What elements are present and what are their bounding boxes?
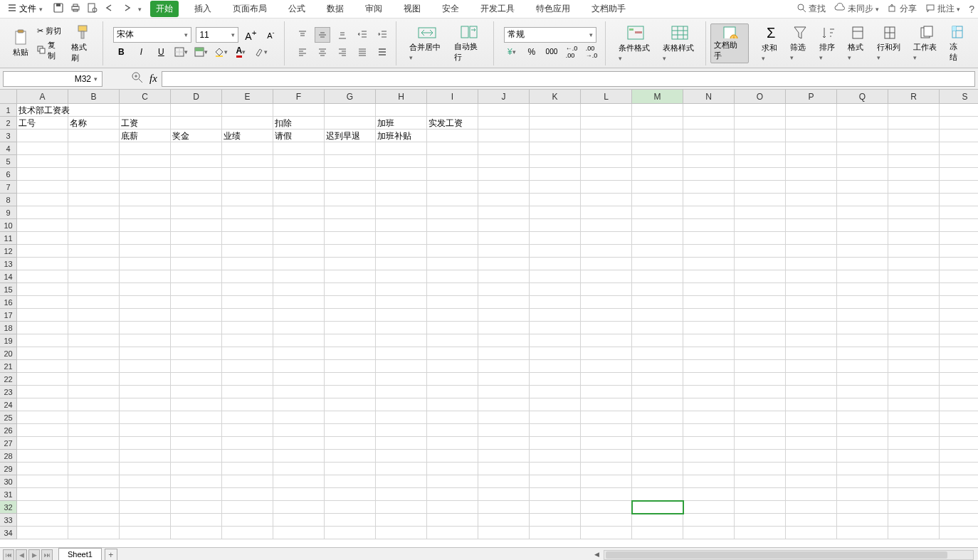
cell-N24[interactable] (683, 398, 735, 411)
cell-S30[interactable] (940, 475, 978, 488)
cell-A6[interactable] (17, 168, 68, 181)
cell-L24[interactable] (581, 398, 632, 411)
cell-M34[interactable] (632, 527, 683, 539)
cell-I34[interactable] (427, 527, 478, 539)
row-header-2[interactable]: 2 (0, 117, 17, 130)
cell-O22[interactable] (735, 373, 786, 386)
cell-D24[interactable] (171, 398, 222, 411)
cell-P5[interactable] (786, 155, 837, 168)
cell-D3[interactable]: 奖金 (171, 130, 222, 142)
row-header-26[interactable]: 26 (0, 424, 17, 437)
format-painter-button[interactable]: 格式刷 (68, 22, 97, 65)
cell-R8[interactable] (888, 194, 940, 206)
row-header-6[interactable]: 6 (0, 168, 17, 181)
cell-I32[interactable] (427, 501, 478, 514)
cell-S23[interactable] (940, 386, 978, 398)
cell-E8[interactable] (222, 194, 273, 206)
cell-C22[interactable] (120, 373, 171, 386)
cell-J20[interactable] (478, 347, 530, 360)
cell-D8[interactable] (171, 194, 222, 206)
cell-D17[interactable] (171, 309, 222, 322)
cell-S29[interactable] (940, 463, 978, 475)
cell-S9[interactable] (940, 206, 978, 219)
cell-B4[interactable] (68, 142, 120, 155)
cell-N32[interactable] (683, 501, 735, 514)
cell-G19[interactable] (325, 334, 376, 347)
rowcol-button[interactable]: 行和列▾ (874, 23, 906, 63)
cell-R34[interactable] (888, 527, 940, 539)
cell-H8[interactable] (376, 194, 427, 206)
cell-A21[interactable] (17, 360, 68, 373)
cell-D5[interactable] (171, 155, 222, 168)
cell-K16[interactable] (530, 296, 581, 309)
cell-O18[interactable] (735, 322, 786, 334)
cell-I17[interactable] (427, 309, 478, 322)
cell-K1[interactable] (530, 104, 581, 117)
underline-button[interactable]: U (153, 44, 169, 60)
cell-G2[interactable] (325, 117, 376, 130)
cell-N5[interactable] (683, 155, 735, 168)
cell-F4[interactable] (273, 142, 325, 155)
cell-R11[interactable] (888, 232, 940, 245)
cell-N27[interactable] (683, 437, 735, 450)
cell-C32[interactable] (120, 501, 171, 514)
cell-M2[interactable] (632, 117, 683, 130)
cell-K30[interactable] (530, 475, 581, 488)
row-header-13[interactable]: 13 (0, 258, 17, 270)
cell-F20[interactable] (273, 347, 325, 360)
cell-O10[interactable] (735, 219, 786, 232)
cell-L7[interactable] (581, 181, 632, 194)
cell-Q21[interactable] (837, 360, 888, 373)
cell-H9[interactable] (376, 206, 427, 219)
cell-H4[interactable] (376, 142, 427, 155)
cell-F12[interactable] (273, 245, 325, 258)
cell-P20[interactable] (786, 347, 837, 360)
cell-Q2[interactable] (837, 117, 888, 130)
cell-H13[interactable] (376, 258, 427, 270)
cell-J33[interactable] (478, 514, 530, 527)
cell-M18[interactable] (632, 322, 683, 334)
tab-8[interactable]: 开发工具 (475, 1, 520, 17)
tab-6[interactable]: 视图 (398, 1, 426, 17)
cell-A3[interactable] (17, 130, 68, 142)
sheet-nav-first[interactable]: ⏮ (3, 549, 14, 561)
cell-D29[interactable] (171, 463, 222, 475)
cell-G24[interactable] (325, 398, 376, 411)
cell-J28[interactable] (478, 450, 530, 463)
cell-L21[interactable] (581, 360, 632, 373)
cell-J16[interactable] (478, 296, 530, 309)
cell-R27[interactable] (888, 437, 940, 450)
cell-L3[interactable] (581, 130, 632, 142)
cell-D34[interactable] (171, 527, 222, 539)
cell-Q28[interactable] (837, 450, 888, 463)
cell-C10[interactable] (120, 219, 171, 232)
cell-D33[interactable] (171, 514, 222, 527)
cell-I5[interactable] (427, 155, 478, 168)
sheet-nav-last[interactable]: ⏭ (41, 549, 53, 561)
cell-N4[interactable] (683, 142, 735, 155)
cell-F9[interactable] (273, 206, 325, 219)
cell-D1[interactable] (171, 104, 222, 117)
cell-Q15[interactable] (837, 283, 888, 296)
row-header-18[interactable]: 18 (0, 322, 17, 334)
sum-button[interactable]: Σ求和▾ (759, 23, 784, 63)
cell-J19[interactable] (478, 334, 530, 347)
cell-E5[interactable] (222, 155, 273, 168)
cell-I7[interactable] (427, 181, 478, 194)
cell-C5[interactable] (120, 155, 171, 168)
filter-button[interactable]: 筛选▾ (787, 23, 812, 63)
cell-J8[interactable] (478, 194, 530, 206)
cell-R4[interactable] (888, 142, 940, 155)
cell-O19[interactable] (735, 334, 786, 347)
cell-P7[interactable] (786, 181, 837, 194)
cell-I4[interactable] (427, 142, 478, 155)
cell-E12[interactable] (222, 245, 273, 258)
cell-J12[interactable] (478, 245, 530, 258)
cell-P19[interactable] (786, 334, 837, 347)
cell-M13[interactable] (632, 258, 683, 270)
font-name-combo[interactable]: 宋体▾ (113, 27, 191, 43)
cell-H19[interactable] (376, 334, 427, 347)
cell-A5[interactable] (17, 155, 68, 168)
cell-M11[interactable] (632, 232, 683, 245)
cell-Q3[interactable] (837, 130, 888, 142)
